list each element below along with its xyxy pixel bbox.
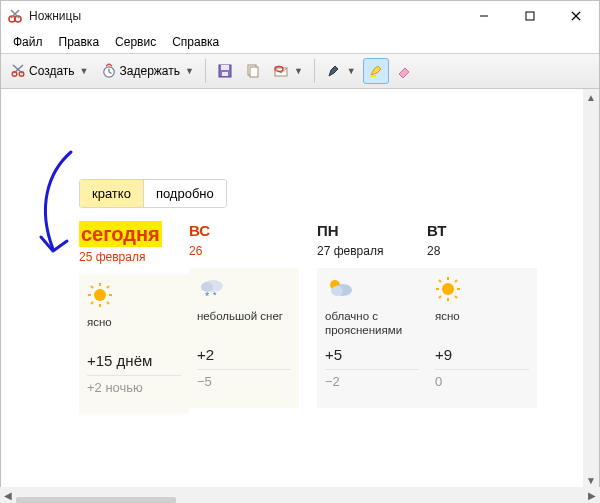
- svg-text:*: *: [205, 290, 210, 302]
- scroll-left-arrow[interactable]: ◀: [0, 487, 16, 503]
- temp-night: −2: [325, 369, 419, 389]
- svg-line-44: [439, 280, 441, 282]
- highlight-mark: сегодня: [79, 221, 162, 247]
- condition-text: небольшой снег: [197, 310, 291, 338]
- day-card: облачно с прояснениями+5−2: [317, 268, 427, 408]
- condition-text: ясно: [435, 310, 529, 338]
- chevron-down-icon: ▼: [183, 66, 194, 76]
- chevron-down-icon: ▼: [345, 66, 356, 76]
- ink-annotation-arrow: [23, 147, 83, 267]
- svg-rect-17: [222, 72, 228, 76]
- copy-button[interactable]: [240, 58, 266, 84]
- scrollbar-thumb[interactable]: [16, 497, 176, 503]
- vertical-scrollbar[interactable]: ▲ ▼: [583, 89, 599, 488]
- menu-edit[interactable]: Правка: [51, 33, 108, 51]
- svg-line-31: [91, 302, 93, 304]
- day-column[interactable]: ВТ28ясно+90: [427, 222, 537, 414]
- day-date: 26: [189, 244, 299, 258]
- scroll-down-arrow[interactable]: ▼: [583, 472, 599, 488]
- toolbar-separator: [205, 59, 206, 83]
- tab-brief[interactable]: кратко: [80, 180, 143, 207]
- svg-point-38: [331, 286, 343, 296]
- svg-line-29: [107, 302, 109, 304]
- envelope-icon: [273, 63, 289, 79]
- day-head: ВТ: [427, 222, 537, 240]
- scroll-up-arrow[interactable]: ▲: [583, 89, 599, 105]
- day-head: сегодня: [79, 222, 189, 246]
- day-card: **небольшой снег+2−5: [189, 268, 299, 408]
- close-button[interactable]: [553, 1, 599, 31]
- highlighter-button[interactable]: [363, 58, 389, 84]
- chevron-down-icon: ▼: [292, 66, 303, 76]
- svg-point-23: [94, 289, 106, 301]
- day-head: ВС: [189, 222, 299, 240]
- minimize-button[interactable]: [461, 1, 507, 31]
- send-button[interactable]: ▼: [268, 58, 308, 84]
- temp-night: 0: [435, 369, 529, 389]
- svg-line-45: [455, 296, 457, 298]
- window-title: Ножницы: [29, 9, 461, 23]
- condition-text: ясно: [87, 316, 181, 344]
- svg-line-30: [107, 286, 109, 288]
- delay-label: Задержать: [120, 64, 180, 78]
- temp-day: +9: [435, 346, 529, 363]
- day-date: 28: [427, 244, 537, 258]
- day-date: 25 февраля: [79, 250, 189, 264]
- temp-day: +15 днём: [87, 352, 181, 369]
- temp-day: +5: [325, 346, 419, 363]
- day-column[interactable]: ПН27 февраляоблачно с прояснениями+5−2: [317, 222, 427, 414]
- weather-widget: кратко подробно сегодня25 февраляясно+15…: [79, 179, 539, 414]
- horizontal-scrollbar[interactable]: ◀ ▶: [0, 487, 600, 503]
- svg-line-28: [91, 286, 93, 288]
- delay-button[interactable]: Задержать ▼: [96, 58, 199, 84]
- app-icon: [7, 8, 23, 24]
- svg-line-47: [439, 296, 441, 298]
- maximize-button[interactable]: [507, 1, 553, 31]
- day-column[interactable]: ВС26**небольшой снег+2−5: [189, 222, 299, 414]
- clock-icon: [101, 63, 117, 79]
- svg-rect-22: [370, 75, 376, 77]
- scroll-right-arrow[interactable]: ▶: [584, 487, 600, 503]
- temp-night: +2 ночью: [87, 375, 181, 395]
- eraser-icon: [396, 63, 412, 79]
- chevron-down-icon: ▼: [78, 66, 89, 76]
- day-card: ясно+15 днём+2 ночью: [79, 274, 189, 414]
- svg-rect-5: [526, 12, 534, 20]
- toolbar-separator: [314, 59, 315, 83]
- sun-icon: [435, 276, 529, 304]
- day-card: ясно+90: [427, 268, 537, 408]
- menu-file[interactable]: Файл: [5, 33, 51, 51]
- svg-rect-19: [250, 67, 258, 77]
- eraser-button[interactable]: [391, 58, 417, 84]
- copy-icon: [245, 63, 261, 79]
- partly-icon: [325, 276, 419, 304]
- svg-rect-16: [221, 65, 229, 70]
- svg-text:*: *: [213, 290, 217, 300]
- temp-day: +2: [197, 346, 291, 363]
- save-button[interactable]: [212, 58, 238, 84]
- pen-icon: [326, 63, 342, 79]
- svg-point-39: [442, 283, 454, 295]
- menu-tools[interactable]: Сервис: [107, 33, 164, 51]
- sun-icon: [87, 282, 181, 310]
- day-date: 27 февраля: [317, 244, 427, 258]
- floppy-icon: [217, 63, 233, 79]
- highlighter-icon: [368, 63, 384, 79]
- snow-icon: **: [197, 276, 291, 304]
- condition-text: облачно с прояснениями: [325, 310, 419, 338]
- svg-line-46: [455, 280, 457, 282]
- temp-night: −5: [197, 369, 291, 389]
- tab-detailed[interactable]: подробно: [143, 180, 226, 207]
- pen-button[interactable]: ▼: [321, 58, 361, 84]
- new-snip-label: Создать: [29, 64, 75, 78]
- day-column[interactable]: сегодня25 февраляясно+15 днём+2 ночью: [79, 222, 189, 414]
- day-head: ПН: [317, 222, 427, 240]
- new-snip-button[interactable]: Создать ▼: [5, 58, 94, 84]
- menu-help[interactable]: Справка: [164, 33, 227, 51]
- scissors-icon: [10, 63, 26, 79]
